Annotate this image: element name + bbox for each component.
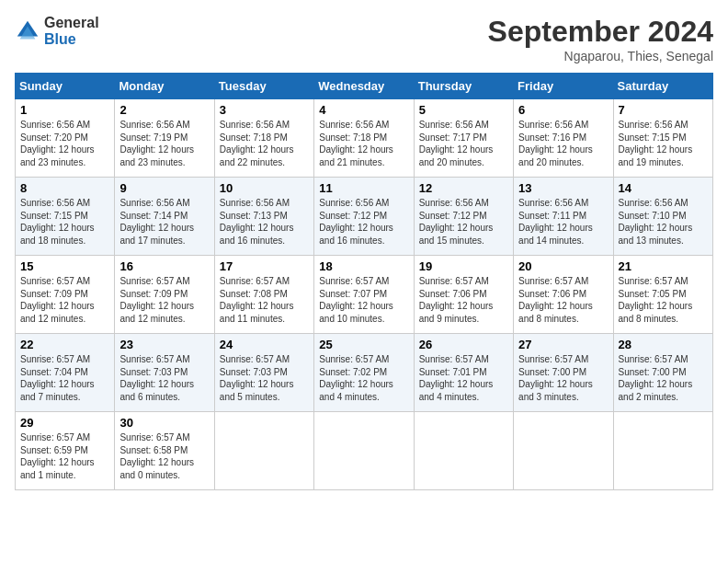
day-info: Sunrise: 6:57 AMSunset: 7:01 PMDaylight:… xyxy=(419,353,508,403)
calendar-cell xyxy=(514,412,613,490)
calendar-cell xyxy=(613,412,712,490)
calendar-cell: 23Sunrise: 6:57 AMSunset: 7:03 PMDayligh… xyxy=(115,334,214,412)
day-number: 18 xyxy=(319,259,408,273)
location: Ngaparou, Thies, Senegal xyxy=(488,49,713,63)
col-header-tuesday: Tuesday xyxy=(214,74,313,99)
month-title: September 2024 xyxy=(488,15,713,49)
calendar-cell: 26Sunrise: 6:57 AMSunset: 7:01 PMDayligh… xyxy=(414,334,513,412)
day-info: Sunrise: 6:57 AMSunset: 6:58 PMDaylight:… xyxy=(119,431,209,481)
calendar-cell: 3Sunrise: 6:56 AMSunset: 7:18 PMDaylight… xyxy=(214,99,313,178)
day-number: 28 xyxy=(619,338,708,351)
col-header-friday: Friday xyxy=(514,74,613,99)
day-info: Sunrise: 6:56 AMSunset: 7:15 PMDaylight:… xyxy=(619,119,708,168)
logo: General Blue xyxy=(15,15,99,48)
day-number: 15 xyxy=(20,259,109,273)
day-info: Sunrise: 6:57 AMSunset: 7:06 PMDaylight:… xyxy=(419,275,508,325)
day-number: 16 xyxy=(119,259,209,273)
day-info: Sunrise: 6:57 AMSunset: 7:00 PMDaylight:… xyxy=(518,353,608,403)
calendar-header-row: SundayMondayTuesdayWednesdayThursdayFrid… xyxy=(16,74,713,99)
day-info: Sunrise: 6:57 AMSunset: 7:08 PMDaylight:… xyxy=(220,275,309,325)
day-number: 5 xyxy=(419,103,508,117)
col-header-saturday: Saturday xyxy=(613,74,712,99)
calendar-cell: 30Sunrise: 6:57 AMSunset: 6:58 PMDayligh… xyxy=(115,412,214,490)
day-info: Sunrise: 6:57 AMSunset: 7:07 PMDaylight:… xyxy=(319,275,408,325)
calendar-cell: 29Sunrise: 6:57 AMSunset: 6:59 PMDayligh… xyxy=(16,412,115,490)
calendar-cell xyxy=(314,412,414,490)
calendar-cell: 20Sunrise: 6:57 AMSunset: 7:06 PMDayligh… xyxy=(514,256,613,334)
col-header-monday: Monday xyxy=(115,74,214,99)
calendar-cell: 5Sunrise: 6:56 AMSunset: 7:17 PMDaylight… xyxy=(414,99,513,178)
day-number: 27 xyxy=(518,338,608,351)
day-number: 3 xyxy=(220,103,309,117)
day-number: 19 xyxy=(419,259,508,273)
calendar-cell xyxy=(214,412,313,490)
calendar-cell: 10Sunrise: 6:56 AMSunset: 7:13 PMDayligh… xyxy=(214,178,313,256)
logo-text-general: General xyxy=(44,15,99,31)
calendar-cell xyxy=(414,412,513,490)
day-info: Sunrise: 6:56 AMSunset: 7:16 PMDaylight:… xyxy=(518,119,608,168)
day-info: Sunrise: 6:57 AMSunset: 7:00 PMDaylight:… xyxy=(619,353,708,403)
day-info: Sunrise: 6:57 AMSunset: 6:59 PMDaylight:… xyxy=(20,431,109,481)
day-info: Sunrise: 6:57 AMSunset: 7:03 PMDaylight:… xyxy=(119,353,209,403)
day-number: 6 xyxy=(518,103,608,117)
day-info: Sunrise: 6:56 AMSunset: 7:19 PMDaylight:… xyxy=(119,119,209,168)
calendar-cell: 16Sunrise: 6:57 AMSunset: 7:09 PMDayligh… xyxy=(115,256,214,334)
day-info: Sunrise: 6:57 AMSunset: 7:09 PMDaylight:… xyxy=(20,275,109,325)
title-block: September 2024 Ngaparou, Thies, Senegal xyxy=(488,15,713,63)
calendar-week-row: 15Sunrise: 6:57 AMSunset: 7:09 PMDayligh… xyxy=(16,256,713,334)
calendar-week-row: 29Sunrise: 6:57 AMSunset: 6:59 PMDayligh… xyxy=(16,412,713,490)
calendar-week-row: 22Sunrise: 6:57 AMSunset: 7:04 PMDayligh… xyxy=(16,334,713,412)
day-info: Sunrise: 6:57 AMSunset: 7:03 PMDaylight:… xyxy=(220,353,309,403)
calendar-cell: 24Sunrise: 6:57 AMSunset: 7:03 PMDayligh… xyxy=(214,334,313,412)
day-number: 1 xyxy=(20,103,109,117)
calendar-cell: 25Sunrise: 6:57 AMSunset: 7:02 PMDayligh… xyxy=(314,334,414,412)
day-info: Sunrise: 6:57 AMSunset: 7:04 PMDaylight:… xyxy=(20,353,109,403)
calendar-week-row: 1Sunrise: 6:56 AMSunset: 7:20 PMDaylight… xyxy=(16,99,713,178)
day-number: 9 xyxy=(119,181,209,195)
day-info: Sunrise: 6:56 AMSunset: 7:15 PMDaylight:… xyxy=(20,197,109,247)
day-number: 10 xyxy=(220,181,309,195)
calendar-cell: 12Sunrise: 6:56 AMSunset: 7:12 PMDayligh… xyxy=(414,178,513,256)
day-info: Sunrise: 6:56 AMSunset: 7:18 PMDaylight:… xyxy=(319,119,408,168)
col-header-thursday: Thursday xyxy=(414,74,513,99)
day-number: 23 xyxy=(119,338,209,351)
day-number: 20 xyxy=(518,259,608,273)
logo-icon xyxy=(15,18,40,44)
day-number: 24 xyxy=(220,338,309,351)
calendar-cell: 18Sunrise: 6:57 AMSunset: 7:07 PMDayligh… xyxy=(314,256,414,334)
day-number: 26 xyxy=(419,338,508,351)
day-info: Sunrise: 6:56 AMSunset: 7:12 PMDaylight:… xyxy=(419,197,508,247)
calendar-cell: 14Sunrise: 6:56 AMSunset: 7:10 PMDayligh… xyxy=(613,178,712,256)
day-number: 22 xyxy=(20,338,109,351)
col-header-wednesday: Wednesday xyxy=(314,74,414,99)
day-info: Sunrise: 6:56 AMSunset: 7:13 PMDaylight:… xyxy=(220,197,309,247)
calendar-cell: 17Sunrise: 6:57 AMSunset: 7:08 PMDayligh… xyxy=(214,256,313,334)
day-info: Sunrise: 6:57 AMSunset: 7:02 PMDaylight:… xyxy=(319,353,408,403)
day-info: Sunrise: 6:56 AMSunset: 7:17 PMDaylight:… xyxy=(419,119,508,168)
calendar-cell: 19Sunrise: 6:57 AMSunset: 7:06 PMDayligh… xyxy=(414,256,513,334)
day-number: 29 xyxy=(20,416,109,430)
day-info: Sunrise: 6:57 AMSunset: 7:06 PMDaylight:… xyxy=(518,275,608,325)
day-info: Sunrise: 6:56 AMSunset: 7:10 PMDaylight:… xyxy=(619,197,708,247)
calendar-cell: 4Sunrise: 6:56 AMSunset: 7:18 PMDaylight… xyxy=(314,99,414,178)
day-number: 14 xyxy=(619,181,708,195)
logo-text-blue: Blue xyxy=(44,31,99,48)
calendar-cell: 21Sunrise: 6:57 AMSunset: 7:05 PMDayligh… xyxy=(613,256,712,334)
day-info: Sunrise: 6:56 AMSunset: 7:12 PMDaylight:… xyxy=(319,197,408,247)
day-number: 13 xyxy=(518,181,608,195)
calendar-cell: 15Sunrise: 6:57 AMSunset: 7:09 PMDayligh… xyxy=(16,256,115,334)
day-number: 7 xyxy=(619,103,708,117)
calendar-cell: 6Sunrise: 6:56 AMSunset: 7:16 PMDaylight… xyxy=(514,99,613,178)
day-info: Sunrise: 6:57 AMSunset: 7:09 PMDaylight:… xyxy=(119,275,209,325)
day-number: 2 xyxy=(119,103,209,117)
calendar-cell: 27Sunrise: 6:57 AMSunset: 7:00 PMDayligh… xyxy=(514,334,613,412)
day-number: 8 xyxy=(20,181,109,195)
calendar-table: SundayMondayTuesdayWednesdayThursdayFrid… xyxy=(15,73,713,490)
calendar-week-row: 8Sunrise: 6:56 AMSunset: 7:15 PMDaylight… xyxy=(16,178,713,256)
day-info: Sunrise: 6:57 AMSunset: 7:05 PMDaylight:… xyxy=(619,275,708,325)
day-number: 25 xyxy=(319,338,408,351)
day-info: Sunrise: 6:56 AMSunset: 7:18 PMDaylight:… xyxy=(220,119,309,168)
calendar-cell: 28Sunrise: 6:57 AMSunset: 7:00 PMDayligh… xyxy=(613,334,712,412)
day-number: 12 xyxy=(419,181,508,195)
day-number: 30 xyxy=(119,416,209,430)
